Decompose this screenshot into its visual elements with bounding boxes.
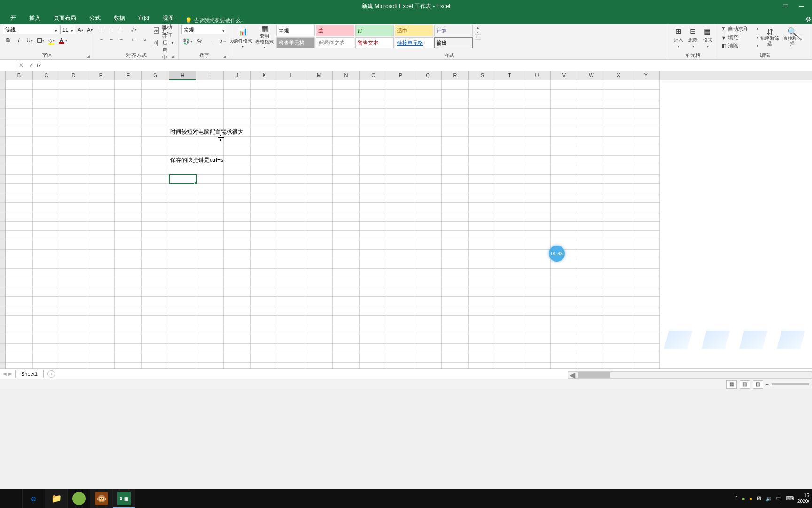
cell[interactable] [251,259,278,269]
cell[interactable] [142,363,169,368]
cell[interactable] [523,344,551,353]
cell[interactable] [496,297,523,306]
cell[interactable] [578,99,605,109]
cell[interactable] [387,184,414,193]
cell[interactable] [551,316,578,325]
cell[interactable] [224,146,251,156]
cell[interactable] [142,334,169,344]
tray-status-icon-2[interactable]: ● [749,495,752,502]
cell[interactable] [169,193,196,203]
cell[interactable] [605,278,632,287]
cell[interactable] [142,287,169,297]
cell[interactable] [196,353,224,363]
cell[interactable] [333,278,360,287]
cell[interactable] [605,240,632,250]
cell[interactable] [142,316,169,325]
cell[interactable] [632,203,660,212]
cell[interactable] [632,353,660,363]
cell[interactable] [632,231,660,240]
cell[interactable] [442,316,469,325]
cell[interactable] [224,175,251,184]
cell[interactable] [496,240,523,250]
cell[interactable] [305,184,333,193]
cell[interactable] [442,80,469,90]
cell[interactable] [33,175,60,184]
font-size-select[interactable]: 11 [60,25,75,34]
cell[interactable] [469,165,496,175]
cell[interactable] [196,212,224,222]
cell[interactable] [115,90,142,99]
cell[interactable] [632,127,660,137]
cell[interactable] [360,278,387,287]
row-header[interactable] [0,325,6,334]
cell[interactable] [142,127,169,137]
cell[interactable] [224,90,251,99]
row-header[interactable] [0,353,6,363]
cell[interactable] [196,203,224,212]
cell[interactable] [224,240,251,250]
cell[interactable] [87,231,115,240]
taskbar-excel[interactable]: X ▦ [113,489,135,508]
cell[interactable] [632,259,660,269]
cell[interactable] [551,344,578,353]
cell[interactable] [414,325,442,334]
cell[interactable] [60,165,87,175]
cell[interactable] [305,231,333,240]
cell[interactable] [578,222,605,231]
cell[interactable] [115,231,142,240]
cell[interactable] [169,353,196,363]
cell[interactable] [305,80,333,90]
cell[interactable] [115,175,142,184]
cell[interactable] [251,212,278,222]
cell[interactable] [578,109,605,118]
cell[interactable] [60,325,87,334]
col-header-U[interactable]: U [523,71,551,80]
cell[interactable] [224,109,251,118]
cell[interactable] [115,353,142,363]
cell[interactable] [251,287,278,297]
cell[interactable] [278,297,305,306]
cell[interactable] [333,297,360,306]
cell[interactable] [6,175,33,184]
cell[interactable] [605,175,632,184]
cell[interactable] [360,240,387,250]
cell[interactable] [224,118,251,127]
cell[interactable] [87,137,115,146]
cell[interactable] [551,156,578,165]
cell[interactable] [605,222,632,231]
cell[interactable] [305,325,333,334]
merge-center-button[interactable]: ⊞合并后居中▾ [152,37,175,48]
cell[interactable] [60,80,87,90]
style-calculation[interactable]: 计算 [434,25,473,36]
cell[interactable] [60,156,87,165]
cell[interactable] [360,259,387,269]
cell[interactable] [333,325,360,334]
row-header[interactable] [0,184,6,193]
cell[interactable] [551,353,578,363]
cell[interactable] [469,334,496,344]
cell[interactable] [224,137,251,146]
cell[interactable] [632,137,660,146]
cell[interactable] [360,99,387,109]
cell[interactable] [169,240,196,250]
sheet-nav-prev[interactable]: ◀ [3,371,7,376]
cell[interactable] [496,344,523,353]
cell[interactable] [387,137,414,146]
cell[interactable] [496,353,523,363]
col-header-G[interactable]: G [142,71,169,80]
cell[interactable] [169,99,196,109]
row-header[interactable] [0,278,6,287]
cell[interactable] [387,231,414,240]
cell[interactable] [6,250,33,259]
accounting-format-button[interactable]: 💱▾ [181,36,194,47]
cell[interactable] [442,127,469,137]
cell[interactable] [142,306,169,316]
row-header[interactable] [0,137,6,146]
cell[interactable] [33,222,60,231]
cell[interactable] [33,259,60,269]
cell[interactable] [523,165,551,175]
cell[interactable] [496,363,523,368]
cell[interactable] [387,344,414,353]
cell[interactable] [333,316,360,325]
cell[interactable] [33,118,60,127]
